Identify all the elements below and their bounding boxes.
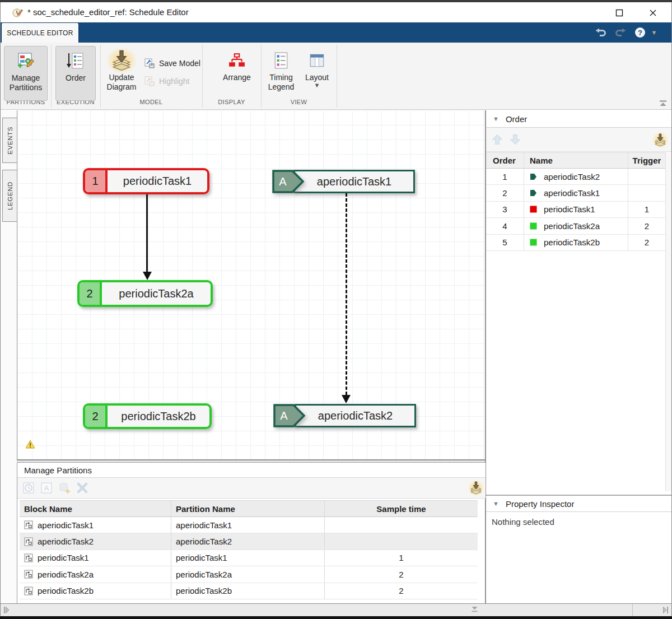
undo-icon[interactable] (594, 27, 608, 38)
maximize-button[interactable] (611, 7, 628, 19)
cell-block-name: aperiodicTask2 (38, 537, 94, 546)
col-block-name[interactable]: Block Name (20, 501, 171, 516)
timing-legend-button[interactable]: Timing Legend (264, 46, 298, 101)
order-table-header: Order Name Trigger (486, 152, 665, 169)
expand-right-panel-icon[interactable] (662, 606, 669, 614)
tab-events-label: EVENTS (7, 127, 13, 155)
update-diagram-label: Update Diagram (101, 73, 142, 92)
block-icon (24, 537, 33, 546)
block-periodicTask2b-order-badge: 2 (85, 406, 108, 427)
col-order[interactable]: Order (486, 153, 524, 168)
cell-partition-name[interactable]: aperiodicTask2 (171, 533, 325, 549)
save-model-button[interactable]: Save Model (144, 56, 200, 71)
block-aperiodicTask2[interactable]: aperiodicTask2 A (273, 404, 416, 427)
table-row[interactable]: periodicTask2a periodicTask2a 2 (20, 566, 478, 583)
aperiodic-pentagon-icon (530, 189, 537, 197)
order-panel-title: Order (506, 114, 527, 124)
move-down-icon (508, 133, 522, 146)
layout-button[interactable]: Layout ▼ (301, 46, 333, 101)
collapse-bottom-panel-icon[interactable] (471, 606, 478, 613)
table-row[interactable]: 3 periodicTask1 1 (486, 202, 665, 218)
schedule-canvas[interactable]: 1 periodicTask1 aperiodicTask1 A 2 perio… (17, 110, 485, 459)
order-toolbar (486, 128, 671, 152)
cell-order: 1 (486, 169, 524, 184)
layout-icon (309, 48, 325, 73)
warning-icon[interactable] (25, 440, 35, 449)
redo-icon[interactable] (614, 27, 627, 38)
cell-order: 3 (486, 202, 524, 217)
cell-order: 4 (486, 218, 524, 234)
tab-schedule-editor[interactable]: SCHEDULE EDITOR (1, 22, 79, 43)
update-diagram-button[interactable]: Update Diagram (103, 46, 140, 101)
close-button[interactable] (645, 7, 661, 19)
update-diagram-icon (111, 48, 132, 73)
help-dropdown-caret-icon[interactable]: ▼ (647, 27, 661, 38)
block-icon (24, 570, 33, 579)
block-periodicTask1[interactable]: 1 periodicTask1 (83, 168, 209, 194)
collapse-triangle-icon[interactable]: ▼ (493, 500, 499, 507)
cell-sample-time[interactable]: 2 (325, 570, 478, 579)
table-row[interactable]: 5 periodicTask2b 2 (486, 235, 665, 251)
block-periodicTask2b[interactable]: 2 periodicTask2b (83, 403, 212, 429)
col-sample-time[interactable]: Sample time (325, 504, 478, 514)
order-icon (66, 49, 85, 73)
schedule-editor-window: * soc_schedule_editor_ref: Schedule Edit… (0, 0, 672, 619)
cell-sample-time[interactable]: 2 (325, 586, 478, 595)
table-row[interactable]: 4 periodicTask2a 2 (486, 218, 665, 234)
ribbon-collapse-icon[interactable] (657, 99, 669, 108)
expand-left-panel-icon[interactable] (3, 606, 10, 614)
partitions-table-header: Block Name Partition Name Sample time (20, 500, 478, 517)
dependency-arrow-aperiodicTask1-to-aperiodicTask2[interactable] (346, 193, 347, 395)
table-row[interactable]: periodicTask1 periodicTask1 1 (20, 550, 478, 566)
block-aperiodicTask2-label: aperiodicTask2 (295, 404, 416, 427)
cell-sample-time[interactable]: 1 (325, 553, 478, 562)
order-panel-header: ▼ Order (486, 110, 671, 128)
cell-block-name: periodicTask1 (38, 553, 89, 562)
window-title: * soc_schedule_editor_ref: Schedule Edit… (27, 2, 189, 22)
table-row[interactable]: aperiodicTask1 aperiodicTask1 (20, 517, 478, 533)
save-model-label: Save Model (159, 59, 200, 68)
update-diagram-mini-icon[interactable] (468, 480, 484, 496)
collapse-triangle-icon[interactable]: ▼ (493, 115, 499, 122)
manage-partitions-label: Manage Partitions (5, 73, 46, 92)
block-periodicTask2a[interactable]: 2 periodicTask2a (77, 280, 213, 307)
arrange-button[interactable]: Arrange (217, 46, 257, 101)
dependency-arrow-periodicTask1-to-periodicTask2a[interactable] (146, 194, 148, 273)
block-aperiodicTask1[interactable]: aperiodicTask1 A (272, 170, 415, 193)
col-partition-name[interactable]: Partition Name (171, 501, 325, 516)
cell-partition-name[interactable]: periodicTask2b (171, 583, 325, 599)
table-row[interactable]: periodicTask2b periodicTask2b 2 (20, 583, 478, 599)
block-periodicTask2b-label: periodicTask2b (108, 406, 209, 427)
block-periodicTask1-label: periodicTask1 (108, 170, 207, 192)
cell-name: periodicTask1 (544, 204, 595, 214)
update-diagram-mini-icon[interactable] (652, 132, 669, 148)
help-icon[interactable]: ? (633, 27, 647, 38)
layout-label: Layout (296, 73, 338, 82)
col-trigger[interactable]: Trigger (628, 156, 665, 165)
table-row[interactable]: aperiodicTask2 aperiodicTask2 (20, 533, 478, 550)
layout-dropdown-caret-icon[interactable]: ▼ (314, 82, 320, 88)
status-bar (1, 603, 671, 616)
tab-events[interactable]: EVENTS (2, 118, 17, 163)
highlight-label: Highlight (159, 77, 189, 86)
cell-partition-name[interactable]: periodicTask2a (171, 566, 325, 582)
order-button[interactable]: Order (55, 46, 96, 101)
cell-partition-name[interactable]: periodicTask1 (171, 550, 325, 566)
order-scrollbar-track[interactable] (665, 152, 671, 491)
cell-partition-name[interactable]: aperiodicTask1 (171, 517, 325, 533)
block-periodicTask2a-order-badge: 2 (80, 282, 102, 305)
table-row[interactable]: 1 aperiodicTask2 (486, 169, 665, 185)
manage-partitions-button[interactable]: Manage Partitions (4, 46, 48, 101)
timing-legend-icon (273, 48, 290, 73)
highlight-button: Highlight (144, 74, 189, 89)
green-square-icon (530, 222, 537, 230)
svg-text:?: ? (638, 29, 642, 37)
tab-legend-label: LEGEND (7, 181, 13, 210)
tab-legend[interactable]: LEGEND (2, 170, 17, 222)
cell-order: 2 (486, 185, 524, 201)
cell-name: aperiodicTask1 (544, 188, 600, 198)
add-periodic-partition-icon (22, 481, 35, 495)
table-row[interactable]: 2 aperiodicTask1 (486, 185, 665, 201)
status-bar-divider (632, 604, 633, 617)
col-name[interactable]: Name (524, 153, 628, 168)
